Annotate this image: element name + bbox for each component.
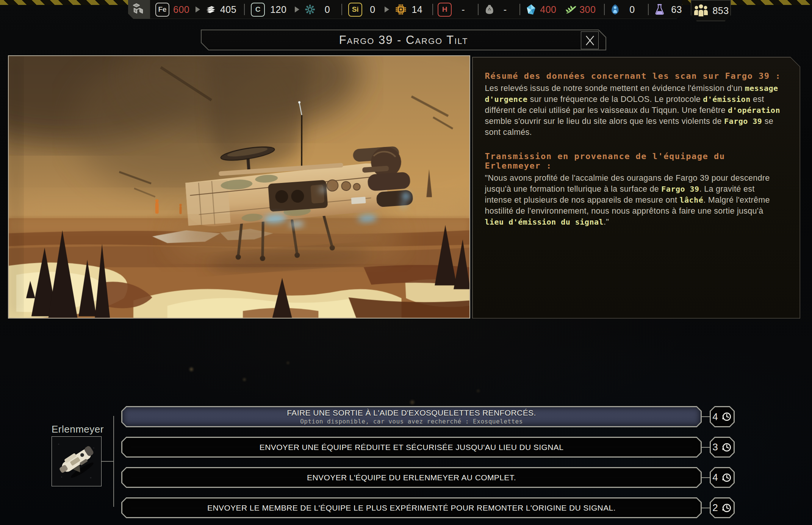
divider [519,4,520,15]
choice-label: ENVOYER UNE ÉQUIPE RÉDUITE ET SÉCURISÉE … [260,443,564,452]
clock-icon [721,411,732,422]
arrow-icon [196,6,200,12]
carbon-symbol: C [255,5,261,14]
connector-vertical [113,416,114,507]
ice-value: 400 [540,4,556,15]
divider [244,4,245,15]
section-body: "Nous avons profité de l'accalmie des ou… [485,173,783,228]
choice-3[interactable]: ENVOYER L'ÉQUIPE DU ERLENMEYER AU COMPLE… [121,467,702,488]
choice-4-cost: 2 [710,497,735,518]
population-icon [693,4,709,17]
clock-icon [721,502,732,514]
iron-value: 600 [173,4,189,15]
resource-bar: Fe 600 405 C 120 0 Si 0 [128,0,682,19]
choice-1-cost: 4 [710,406,735,427]
arrow-icon [385,6,389,12]
crate-icon [132,2,146,17]
divider [604,4,605,15]
divider [648,4,649,15]
clock-icon [721,472,732,483]
iron-icon: Fe [155,3,169,17]
silicon-symbol: Si [352,5,359,14]
clock-icon [721,442,732,453]
choice-label: FAIRE UNE SORTIE À L'AIDE D'EXOSQUELETTE… [287,408,536,417]
section-heading: Résumé des données concernant les scan s… [485,71,783,81]
choice-3-cost: 4 [710,467,735,488]
cost-connector [702,447,710,448]
event-title: Fargo 39 - Cargo Tilt [339,33,468,47]
cryopod-icon [611,2,620,17]
choice-label: ENVOYER L'ÉQUIPE DU ERLENMEYER AU COMPLE… [307,473,516,482]
waste-value: - [504,4,507,15]
alloy-value: 405 [220,4,236,15]
carbon-icon: C [251,3,265,17]
polymer-icon [305,2,315,17]
event-text-panel: Résumé des données concernant les scan s… [472,57,800,319]
section-transmission: Transmission en provenance de l'équipage… [485,152,783,228]
hydrogen-symbol: H [442,5,447,14]
close-button[interactable] [581,31,599,49]
science-icon [655,1,665,18]
silicon-value: 0 [370,4,375,15]
section-body: Les relevés issus de notre sonde mettent… [485,83,783,138]
polymer-value: 0 [325,4,330,15]
divider [478,4,479,15]
divider [432,4,433,15]
hydrogen-value: - [462,4,465,15]
section-heading: Transmission en provenance de l'équipage… [485,152,783,170]
food-icon [565,2,577,17]
food-value: 300 [579,4,596,15]
silicon-icon: Si [348,3,362,17]
cost-value: 4 [712,472,718,483]
section-scan-summary: Résumé des données concernant les scan s… [485,71,783,138]
event-artwork [8,55,470,319]
choice-4[interactable]: ENVOYER LE MEMBRE DE L'ÉQUIPE LE PLUS EX… [121,497,702,518]
carbon-value: 120 [270,4,286,15]
connector-horizontal [102,461,114,462]
science-value: 63 [671,4,682,15]
cryopod-value: 0 [629,4,635,15]
cost-value: 2 [712,502,718,514]
choice-2-cost: 3 [710,437,735,458]
population-value: 853 [712,5,729,16]
hydrogen-icon: H [438,3,452,17]
choice-1[interactable]: FAIRE UNE SORTIE À L'AIDE D'EXOSQUELETTE… [121,406,702,427]
ice-icon [526,2,537,17]
event-title-bar: Fargo 39 - Cargo Tilt [201,30,606,50]
electronics-icon [395,2,407,17]
cost-value: 4 [712,411,718,423]
arrow-icon [295,6,299,12]
storage-tab [128,0,150,19]
ship-name-label: Erlenmeyer [52,423,102,435]
ship-portrait [52,436,102,486]
electronics-value: 14 [411,4,422,15]
choice-label: ENVOYER LE MEMBRE DE L'ÉQUIPE LE PLUS EX… [207,503,616,512]
waste-icon [485,2,494,17]
population-panel: 853 [691,0,731,21]
cost-connector [702,508,710,508]
cost-value: 3 [712,441,718,453]
close-icon [584,35,596,46]
alloy-icon [205,2,217,17]
iron-symbol: Fe [158,5,166,14]
choice-note: Option disponible, car vous avez recherc… [300,418,523,425]
cost-connector [702,477,710,478]
cost-connector [702,416,710,417]
divider [341,4,342,15]
choice-2[interactable]: ENVOYER UNE ÉQUIPE RÉDUITE ET SÉCURISÉE … [121,437,702,458]
